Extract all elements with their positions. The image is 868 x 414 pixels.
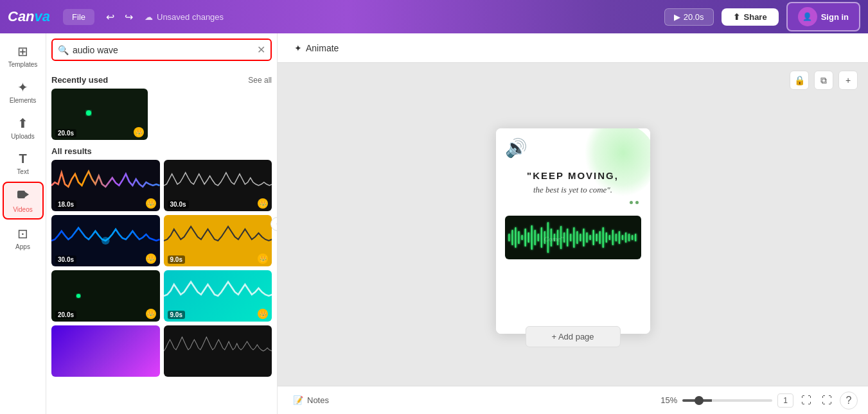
svg-marker-1 — [25, 192, 29, 197]
elements-icon: ✦ — [17, 80, 28, 95]
add-page-button[interactable]: + Add page — [525, 326, 620, 347]
svg-rect-0 — [17, 191, 25, 198]
animate-icon: ✦ — [294, 43, 302, 53]
crown-badge: 👑 — [146, 254, 156, 264]
animate-button[interactable]: ✦ Animate — [288, 40, 345, 56]
recently-used-header: Recently used See all — [51, 75, 272, 85]
redo-button[interactable]: ↪ — [121, 7, 137, 27]
svg-rect-40 — [615, 234, 617, 241]
zoom-controls: 15% 1 ⛶ ⛶ ? — [651, 392, 858, 410]
apps-icon: ⊡ — [17, 226, 28, 241]
sidebar-item-label: Uploads — [11, 133, 35, 140]
videos-icon — [17, 188, 30, 204]
canvas-toolbar: ✦ Animate — [278, 33, 868, 63]
bottom-bar: 📝 Notes 15% 1 ⛶ ⛶ ? — [278, 386, 868, 414]
svg-rect-11 — [521, 235, 523, 240]
svg-rect-34 — [596, 234, 598, 241]
item-duration: 18.0s — [55, 200, 76, 209]
sidebar-item-label: Text — [17, 168, 28, 175]
item-duration: 20.0s — [55, 311, 76, 319]
crown-badge: 👑 — [258, 309, 268, 319]
recently-used-item[interactable]: 20.0s 👑 — [51, 89, 148, 140]
file-label: File — [72, 12, 85, 22]
fullscreen-button[interactable]: ⛶ — [819, 392, 835, 409]
result-item[interactable]: 30.0s 👑 — [51, 215, 160, 266]
card-main-text: "KEEP MOVING, — [508, 170, 639, 181]
lock-button[interactable]: 🔒 — [790, 71, 809, 90]
svg-rect-12 — [524, 229, 526, 246]
templates-icon: ⊞ — [17, 44, 28, 59]
notes-label: Notes — [307, 395, 329, 405]
result-item[interactable]: 30.0s 👑 — [164, 160, 272, 211]
sidebar-item-templates[interactable]: ⊞ Templates — [3, 39, 44, 73]
share-label: Share — [744, 12, 767, 22]
all-results-header: All results — [51, 146, 272, 156]
card-sub-text: the best is yet to come". — [508, 184, 639, 196]
design-card: 🔊 "KEEP MOVING, the best is yet to come"… — [496, 128, 650, 334]
add-button[interactable]: + — [838, 71, 858, 90]
main-area: ⊞ Templates ✦ Elements ⬆ Uploads T Text … — [0, 33, 868, 414]
zoom-slider[interactable] — [682, 399, 772, 402]
svg-rect-31 — [586, 232, 588, 243]
sidebar-item-elements[interactable]: ✦ Elements — [3, 74, 44, 109]
svg-rect-45 — [631, 235, 633, 240]
share-button[interactable]: ⬆ Share — [722, 8, 779, 26]
canva-logo: Canva — [8, 8, 50, 25]
unsaved-changes-indicator: ☁ Unsaved changes — [145, 12, 224, 22]
sign-in-button[interactable]: 👤 Sign in — [786, 2, 860, 31]
svg-point-3 — [86, 110, 91, 116]
item-duration: 9.0s — [168, 311, 185, 319]
share-icon: ⬆ — [733, 12, 740, 22]
result-item[interactable]: 9.0s 👑 — [164, 270, 272, 322]
svg-rect-7 — [508, 234, 510, 241]
sidebar-item-apps[interactable]: ⊡ Apps — [3, 221, 44, 255]
svg-rect-14 — [531, 225, 533, 250]
file-menu-button[interactable]: File — [63, 9, 94, 25]
undo-icon: ↩ — [106, 11, 114, 23]
result-item[interactable] — [164, 325, 272, 377]
search-input[interactable] — [73, 45, 253, 55]
redo-icon: ↪ — [125, 11, 133, 23]
results-grid: 18.0s 👑 30.0s 👑 — [51, 160, 272, 377]
canvas-scroll: 🔒 ⧉ + 🔊 "KEEP MOVING, the b — [278, 63, 868, 386]
fit-button[interactable]: ⛶ — [799, 392, 814, 409]
svg-rect-38 — [608, 235, 610, 240]
search-panel: 🔍 ✕ Recently used See all — [46, 33, 278, 414]
undo-redo-group: ↩ ↪ — [102, 7, 137, 27]
clear-search-button[interactable]: ✕ — [257, 44, 265, 56]
sidebar-item-text[interactable]: T Text — [3, 146, 44, 180]
svg-rect-30 — [583, 229, 585, 246]
svg-rect-15 — [534, 230, 536, 245]
svg-rect-13 — [527, 232, 529, 243]
page-indicator[interactable]: 1 — [777, 393, 793, 408]
svg-rect-27 — [573, 227, 575, 248]
notes-button[interactable]: 📝 Notes — [288, 393, 334, 408]
result-item[interactable]: 9.0s 👑 — [164, 215, 272, 266]
sidebar-item-label: Apps — [15, 243, 30, 250]
result-item[interactable]: 20.0s 👑 — [51, 270, 160, 322]
help-button[interactable]: ? — [840, 392, 858, 410]
search-icon: 🔍 — [58, 45, 69, 55]
undo-button[interactable]: ↩ — [102, 7, 118, 27]
svg-rect-41 — [618, 231, 620, 244]
svg-rect-46 — [634, 234, 636, 241]
result-item[interactable]: 18.0s 👑 — [51, 160, 160, 211]
zoom-value: 15% — [651, 395, 677, 405]
svg-rect-42 — [621, 235, 623, 240]
text-icon: T — [19, 151, 26, 166]
copy-button[interactable]: ⧉ — [814, 71, 833, 90]
clear-icon: ✕ — [257, 44, 265, 55]
item-duration: 9.0s — [168, 255, 185, 264]
crown-badge: 👑 — [146, 198, 156, 209]
see-all-button[interactable]: See all — [248, 76, 272, 85]
sidebar-item-uploads[interactable]: ⬆ Uploads — [3, 110, 44, 145]
svg-rect-17 — [540, 227, 542, 248]
sound-icon: 🔊 — [505, 138, 527, 158]
sidebar-item-videos[interactable]: Videos — [3, 182, 44, 220]
audio-wave-box: Come". — [505, 216, 641, 259]
svg-rect-33 — [592, 230, 594, 245]
result-item[interactable] — [51, 325, 160, 377]
avatar: 👤 — [798, 7, 817, 26]
animate-label: Animate — [306, 43, 339, 53]
play-button[interactable]: ▶ 20.0s — [664, 8, 714, 26]
